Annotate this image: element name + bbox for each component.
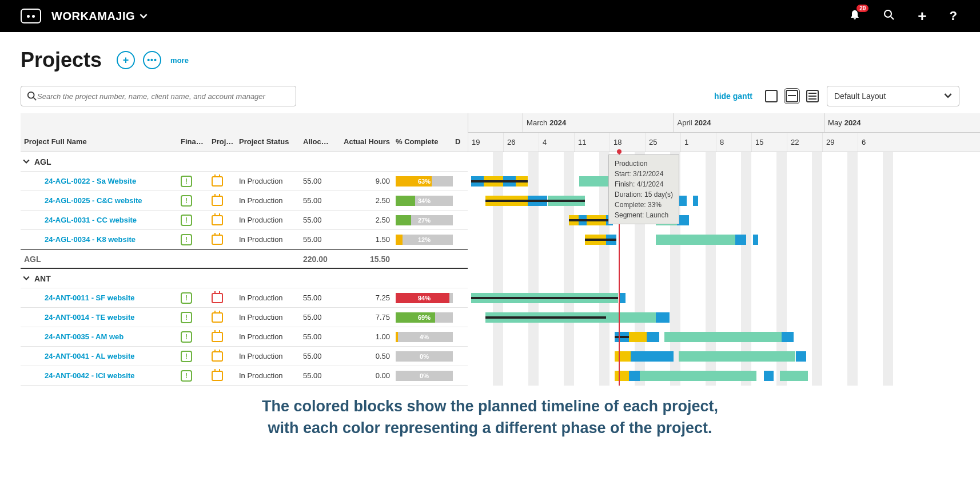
project-schedule-icon[interactable] — [212, 293, 239, 303]
gantt-row[interactable] — [468, 191, 980, 211]
group-row[interactable]: ANT — [21, 269, 468, 288]
gantt-segment[interactable] — [647, 332, 659, 342]
gantt-segment[interactable] — [679, 351, 796, 362]
financial-status-icon[interactable]: ! — [181, 195, 212, 207]
gantt-row[interactable] — [468, 288, 980, 308]
add-project-button[interactable]: + — [117, 51, 135, 69]
gantt-segment[interactable] — [656, 235, 736, 245]
col-alloc[interactable]: Alloc… — [303, 137, 343, 146]
col-status[interactable]: Project Status — [239, 137, 303, 146]
col-proj[interactable]: Proj… — [212, 137, 239, 146]
gantt-row[interactable] — [468, 211, 980, 230]
more-actions-button[interactable]: ••• — [143, 51, 161, 69]
gantt-segment[interactable] — [664, 332, 782, 342]
col-project-name[interactable]: Project Full Name — [21, 137, 181, 146]
project-schedule-icon[interactable] — [212, 235, 239, 245]
project-link[interactable]: 24-ANT-0035 - AM web — [21, 332, 181, 341]
gantt-segment[interactable] — [753, 235, 758, 245]
complete-cell: 27% — [393, 215, 455, 225]
group-row[interactable]: AGL — [21, 152, 468, 172]
alloc-cell: 55.00 — [303, 332, 343, 341]
svg-point-1 — [28, 92, 34, 98]
help-icon[interactable]: ? — [950, 9, 957, 23]
collapse-icon[interactable] — [23, 274, 30, 283]
notifications-button[interactable]: 20 — [849, 9, 861, 23]
group-total-row: AGL 220.00 15.50 — [21, 249, 468, 269]
view-row-icon[interactable] — [786, 90, 798, 102]
col-actual[interactable]: Actual Hours — [343, 137, 393, 146]
project-link[interactable]: 24-ANT-0041 - AL website — [21, 352, 181, 360]
project-link[interactable]: 24-ANT-0014 - TE website — [21, 313, 181, 322]
financial-status-icon[interactable]: ! — [181, 351, 212, 362]
search-box[interactable] — [21, 86, 296, 106]
gantt-segment[interactable] — [780, 371, 808, 381]
hide-gantt-link[interactable]: hide gantt — [714, 92, 752, 101]
gantt-row[interactable] — [468, 347, 980, 366]
gantt-row[interactable] — [468, 327, 980, 347]
gantt-segment[interactable] — [615, 351, 631, 362]
view-list-icon[interactable] — [806, 90, 819, 102]
gantt-row[interactable] — [468, 172, 980, 191]
project-row: 24-AGL-0031 - CC website ! In Production… — [21, 211, 468, 230]
gantt-segment[interactable] — [735, 235, 746, 245]
project-link[interactable]: 24-ANT-0042 - ICI website — [21, 371, 181, 380]
gantt-segment[interactable] — [640, 371, 757, 381]
gantt-segment[interactable] — [782, 332, 794, 342]
gantt-segment[interactable] — [693, 196, 698, 206]
layout-select[interactable]: Default Layout — [827, 86, 959, 106]
gantt-segment[interactable] — [796, 351, 807, 362]
gantt-progress-line — [471, 180, 528, 182]
tooltip-finish: Finish: 4/1/2024 — [615, 179, 673, 189]
gantt-segment[interactable] — [631, 351, 673, 362]
magnify-icon — [27, 91, 37, 101]
project-link[interactable]: 24-AGL-0034 - K8 website — [21, 235, 181, 244]
financial-status-icon[interactable]: ! — [181, 292, 212, 304]
gantt-row[interactable] — [468, 230, 980, 249]
gantt-row[interactable] — [468, 308, 980, 327]
financial-status-icon[interactable]: ! — [181, 234, 212, 245]
day-cell: 26 — [503, 133, 539, 152]
project-schedule-icon[interactable] — [212, 371, 239, 381]
financial-status-icon[interactable]: ! — [181, 370, 212, 382]
brand-menu[interactable]: WORKAMAJIG — [51, 10, 148, 23]
project-schedule-icon[interactable] — [212, 351, 239, 362]
chevron-down-icon — [944, 92, 952, 101]
project-link[interactable]: 24-AGL-0022 - Sa Website — [21, 177, 181, 185]
collapse-icon[interactable] — [23, 157, 30, 166]
project-link[interactable]: 24-AGL-0031 - CC website — [21, 216, 181, 224]
search-input[interactable] — [37, 92, 290, 101]
search-icon[interactable] — [883, 9, 895, 23]
project-schedule-icon[interactable] — [212, 312, 239, 323]
financial-status-icon[interactable]: ! — [181, 176, 212, 187]
more-link[interactable]: more — [170, 56, 189, 65]
project-row: 24-ANT-0014 - TE website ! In Production… — [21, 308, 468, 327]
project-schedule-icon[interactable] — [212, 176, 239, 187]
project-schedule-icon[interactable] — [212, 196, 239, 206]
complete-cell: 34% — [393, 196, 455, 206]
app-logo[interactable] — [21, 9, 41, 23]
gantt-segment[interactable] — [629, 332, 647, 342]
project-schedule-icon[interactable] — [212, 332, 239, 342]
gantt-progress-line — [585, 239, 617, 241]
actual-cell: 2.50 — [343, 196, 393, 205]
view-card-icon[interactable] — [765, 90, 778, 102]
project-link[interactable]: 24-AGL-0025 - C&C website — [21, 196, 181, 205]
col-complete[interactable]: % Complete — [393, 137, 455, 146]
actual-cell: 7.75 — [343, 313, 393, 322]
gantt-segment[interactable] — [764, 371, 774, 381]
financial-status-icon[interactable]: ! — [181, 331, 212, 343]
project-link[interactable]: 24-ANT-0011 - SF website — [21, 293, 181, 302]
gantt-segment[interactable] — [615, 371, 629, 381]
financial-status-icon[interactable]: ! — [181, 215, 212, 226]
add-icon[interactable]: + — [918, 7, 926, 25]
col-d[interactable]: D — [455, 137, 464, 146]
notification-count: 20 — [856, 5, 869, 12]
gantt-segment[interactable] — [656, 312, 670, 323]
gantt-progress-line — [471, 297, 618, 299]
status-cell: In Production — [239, 177, 303, 185]
project-row: 24-AGL-0025 - C&C website ! In Productio… — [21, 191, 468, 211]
project-schedule-icon[interactable] — [212, 215, 239, 225]
financial-status-icon[interactable]: ! — [181, 312, 212, 323]
gantt-row[interactable] — [468, 366, 980, 386]
col-final[interactable]: Fina… — [181, 137, 212, 146]
